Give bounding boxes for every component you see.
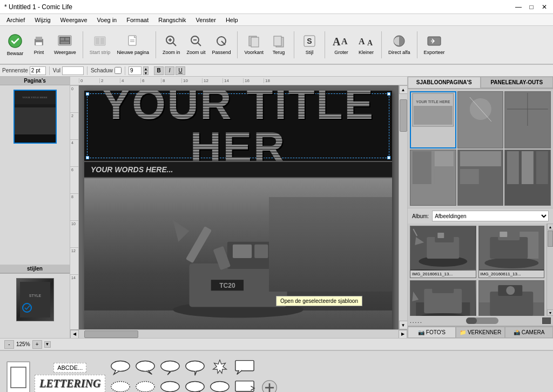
voorkant-button[interactable]: Voorkant — [242, 33, 266, 56]
photos-scroll-up[interactable]: ▲ — [547, 224, 553, 230]
window-controls: — □ ✕ — [514, 3, 549, 11]
stijl-button[interactable]: S Stijl — [299, 33, 320, 56]
comic-subtitle-text: YOUR WORDS HERE... — [91, 165, 173, 174]
menu-help[interactable]: Help — [221, 16, 242, 24]
bubble-oval-6[interactable] — [184, 379, 206, 392]
groter-button[interactable]: AA Groter — [329, 33, 353, 56]
btab-verkenner[interactable]: 📁 VERKENNER — [456, 327, 505, 338]
stijl-input[interactable] — [129, 66, 141, 75]
hscroll-left-btn[interactable]: ◀ — [70, 330, 79, 339]
zoom-decrease-btn[interactable]: - — [4, 340, 14, 349]
hscroll-track[interactable] — [79, 330, 399, 338]
svg-point-89 — [506, 286, 515, 295]
bubble-oval-7[interactable] — [209, 379, 231, 392]
bewaar-button[interactable]: Bewaar — [4, 32, 26, 57]
template-item-6[interactable] — [504, 150, 551, 206]
btab-camera[interactable]: 📸 CAMERA — [505, 327, 553, 338]
zoom-uit-button[interactable]: Zoom uit — [184, 33, 207, 56]
photo-item-3[interactable]: IMG_20160611_13... — [410, 280, 476, 316]
template-item-1[interactable]: YOUR TITLE HERE — [410, 91, 456, 148]
schaduw-checkbox[interactable] — [114, 67, 122, 74]
canvas-page: YOUR TITLE HER YOUR — [84, 91, 392, 329]
vul-color[interactable] — [62, 66, 84, 75]
vscroll-track[interactable] — [399, 94, 407, 321]
zoom-in-button[interactable]: Zoom in — [160, 33, 183, 56]
template-item-3[interactable] — [504, 91, 551, 148]
passend-button[interactable]: Passend — [210, 33, 233, 56]
menu-venster[interactable]: Venster — [192, 16, 220, 24]
pennenste-input[interactable] — [30, 66, 46, 75]
tab-panelenlay[interactable]: PANELENLAY-OUTS — [481, 77, 554, 88]
template-item-5[interactable] — [457, 150, 504, 206]
bubble-oval-3[interactable] — [159, 359, 181, 376]
italic-button[interactable]: I — [165, 66, 174, 75]
photo-item-2[interactable]: IMG_20160611_13... — [478, 226, 545, 278]
svg-rect-52 — [414, 106, 453, 125]
menu-rangschik[interactable]: Rangschik — [154, 16, 190, 24]
stijl-spinner[interactable]: ▲ ▼ — [143, 66, 149, 75]
lettering-box: ABCDE... LETTERING — [35, 363, 105, 393]
photos-scroll-track[interactable] — [547, 230, 553, 309]
bubble-oval-1[interactable] — [110, 359, 131, 376]
bubble-oval-2[interactable] — [134, 359, 156, 376]
start-strip-button[interactable]: Start strip — [87, 33, 113, 56]
photo-item-1[interactable]: IMG_20160611_13... — [410, 226, 476, 278]
t2-sep3 — [125, 66, 125, 75]
abcde-preview[interactable]: ABCDE... — [53, 363, 86, 373]
menu-weergave[interactable]: Weergave — [56, 16, 92, 24]
bubble-cloud-1[interactable] — [110, 379, 131, 392]
template-item-2[interactable] — [457, 91, 504, 148]
bubble-cloud-2[interactable] — [134, 379, 156, 392]
terug-button[interactable]: Terug — [268, 33, 289, 56]
style-thumb-1[interactable]: STYLE — [16, 278, 54, 321]
dots-slider[interactable] — [466, 317, 498, 324]
menu-archief[interactable]: Archief — [2, 16, 29, 24]
bubble-burst[interactable] — [209, 359, 231, 376]
lettering-preview[interactable]: LETTERING — [35, 375, 105, 393]
bubble-arrow[interactable] — [234, 379, 255, 392]
maximize-button[interactable]: □ — [527, 3, 536, 11]
bubble-row-1 — [110, 359, 280, 376]
background-foliage — [269, 197, 392, 292]
bubble-add-btn[interactable] — [259, 379, 280, 392]
hscroll-thumb[interactable] — [84, 330, 138, 338]
dots-right-box[interactable] — [542, 317, 551, 324]
page-shape-btn[interactable] — [6, 361, 30, 392]
exporteer-button[interactable]: Exporteer — [422, 33, 447, 56]
svg-text:A: A — [341, 37, 348, 46]
underline-button[interactable]: U — [176, 66, 185, 75]
stijl-icon: S — [303, 35, 316, 49]
bubble-oval-4[interactable] — [184, 359, 206, 376]
bold-button[interactable]: B — [154, 66, 164, 75]
zoom-increase-btn[interactable]: + — [32, 340, 42, 349]
vscroll-down-btn[interactable]: ▼ — [399, 321, 408, 329]
weergave-button[interactable]: Weergave — [52, 33, 78, 56]
vscroll-thumb[interactable] — [400, 99, 407, 132]
nieuwe-pagina-button[interactable]: Nieuwe pagina — [114, 33, 151, 56]
photos-scroll-down[interactable]: ▼ — [547, 309, 553, 316]
print-button[interactable]: Print — [28, 33, 50, 56]
minimize-button[interactable]: — — [514, 3, 523, 11]
photo-item-4[interactable]: IMG_20160629_19... — [478, 280, 545, 316]
bewaar-icon — [8, 33, 23, 50]
statusbar: - 125% + ▼ — [0, 338, 553, 350]
zoom-dropdown-btn[interactable]: ▼ — [44, 341, 51, 348]
direct-alfa-button[interactable]: Direct alfa — [386, 33, 413, 56]
hscroll-right-btn[interactable]: ▶ — [399, 330, 407, 339]
tab-sjabloon[interactable]: SJABLOONPAGINA'S — [408, 77, 481, 88]
canvas-viewport[interactable]: YOUR TITLE HER YOUR — [79, 85, 399, 329]
btab-fotos[interactable]: 📷 FOTO'S — [408, 327, 456, 338]
bubble-rect-1[interactable] — [234, 359, 255, 376]
bubble-oval-5[interactable] — [159, 379, 181, 392]
template-item-4[interactable] — [410, 150, 456, 206]
kleiner-button[interactable]: AA Kleiner — [355, 33, 377, 56]
album-select[interactable]: Afbeeldingen — [432, 211, 549, 221]
vscroll-up-btn[interactable]: ▲ — [399, 85, 408, 94]
menu-wijzig[interactable]: Wijzig — [30, 16, 55, 24]
page-thumb-1[interactable]: YOUR TITLE HERE 1 — [14, 90, 57, 144]
menu-formaat[interactable]: Formaat — [122, 16, 153, 24]
photos-scroll-thumb[interactable] — [548, 231, 553, 247]
close-button[interactable]: ✕ — [540, 3, 549, 11]
canvas-area: 0 2 4 6 8 10 12 14 16 18 0 2 4 6 — [70, 77, 407, 338]
menu-voeg-in[interactable]: Voeg in — [93, 16, 122, 24]
